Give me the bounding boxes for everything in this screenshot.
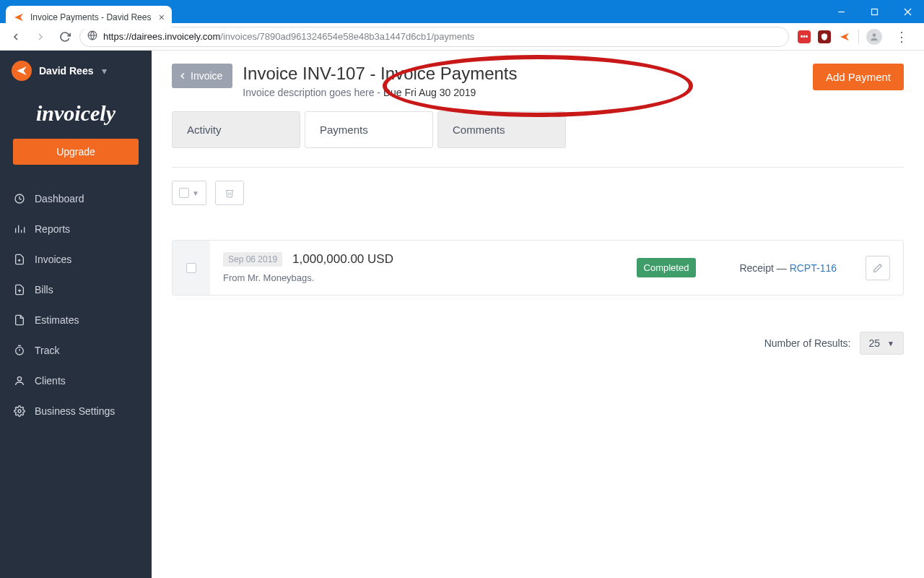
back-to-invoice-button[interactable]: Invoice: [172, 64, 232, 88]
payment-amount: 1,000,000.00 USD: [292, 252, 393, 267]
window-maximize-button[interactable]: [858, 0, 891, 23]
chart-icon: [13, 223, 26, 236]
payment-from: From Mr. Moneybags.: [223, 272, 637, 283]
tab-comments[interactable]: Comments: [437, 111, 566, 148]
sidebar-item-business-settings[interactable]: Business Settings: [0, 396, 152, 426]
svg-point-14: [16, 347, 24, 355]
close-icon[interactable]: ×: [159, 12, 165, 23]
sidebar-item-dashboard[interactable]: Dashboard: [0, 184, 152, 214]
add-payment-button[interactable]: Add Payment: [813, 64, 904, 90]
bird-extension-icon[interactable]: [838, 30, 851, 43]
sidebar-item-reports[interactable]: Reports: [0, 214, 152, 244]
bird-icon: [12, 61, 32, 81]
sidebar-item-invoices[interactable]: Invoices: [0, 244, 152, 275]
browser-tabstrip: Invoice Payments - David Rees ×: [0, 0, 172, 29]
page-header: Invoice Invoice INV-107 - Invoice Paymen…: [152, 51, 924, 104]
list-toolbar: ▼: [172, 181, 904, 205]
row-checkbox-cell: [173, 241, 210, 295]
gauge-icon: [13, 192, 26, 205]
page-subtitle: Invoice description goes here - Due Fri …: [243, 87, 803, 98]
user-icon: [13, 374, 26, 387]
file-export-icon: [13, 253, 26, 266]
sidebar-item-track[interactable]: Track: [0, 335, 152, 366]
chevron-down-icon: ▼: [192, 189, 199, 197]
sidebar-item-bills[interactable]: Bills: [0, 275, 152, 305]
lastpass-icon[interactable]: •••: [798, 30, 811, 43]
receipt-label: Receipt — RCPT-116: [739, 262, 837, 274]
browser-tab[interactable]: Invoice Payments - David Rees ×: [6, 6, 172, 29]
svg-point-18: [18, 410, 21, 413]
svg-rect-1: [871, 9, 877, 14]
sidebar: David Rees ▾ invoicely Upgrade Dashboard…: [0, 51, 152, 578]
sidebar-item-clients[interactable]: Clients: [0, 366, 152, 396]
payment-date: Sep 06 2019: [223, 252, 282, 267]
payment-row: Sep 06 2019 1,000,000.00 USD From Mr. Mo…: [172, 240, 904, 296]
file-import-icon: [13, 283, 26, 296]
url-text: https://dairees.invoicely.com/invoices/7…: [103, 31, 474, 42]
main-content: Invoice Invoice INV-107 - Invoice Paymen…: [152, 51, 924, 578]
file-icon: [13, 314, 26, 327]
tabs: Activity Payments Comments: [172, 111, 904, 148]
globe-icon: [87, 30, 97, 43]
back-icon[interactable]: [6, 27, 26, 47]
chevron-down-icon: ▼: [887, 340, 894, 348]
results-control: Number of Results: 25 ▼: [172, 332, 904, 355]
results-select[interactable]: 25 ▼: [860, 332, 904, 355]
receipt-link[interactable]: RCPT-116: [790, 262, 837, 274]
window-minimize-button[interactable]: [824, 0, 858, 23]
extension-icons: ••• ⋮: [793, 29, 918, 45]
results-label: Number of Results:: [764, 337, 851, 349]
gear-icon: [13, 405, 26, 418]
select-all-dropdown[interactable]: ▼: [172, 181, 206, 205]
profile-avatar[interactable]: [866, 29, 882, 45]
sidebar-item-estimates[interactable]: Estimates: [0, 305, 152, 335]
svg-point-6: [873, 33, 876, 37]
bird-icon: [13, 12, 25, 23]
chevron-down-icon: ▾: [102, 65, 107, 77]
stopwatch-icon: [13, 344, 26, 357]
delete-button[interactable]: [215, 181, 244, 205]
page-title: Invoice INV-107 - Invoice Payments: [243, 64, 803, 84]
user-menu[interactable]: David Rees ▾: [0, 51, 152, 91]
tab-activity[interactable]: Activity: [172, 111, 300, 148]
upgrade-button[interactable]: Upgrade: [13, 139, 139, 165]
svg-point-17: [17, 377, 21, 381]
reload-icon[interactable]: [55, 27, 75, 47]
user-name: David Rees: [39, 65, 93, 77]
tab-payments[interactable]: Payments: [305, 111, 433, 148]
checkbox-icon: [179, 188, 189, 198]
brand-logo: invoicely: [0, 91, 152, 139]
row-checkbox[interactable]: [186, 263, 196, 273]
edit-button[interactable]: [866, 256, 890, 280]
ublock-icon[interactable]: [818, 30, 831, 43]
forward-icon[interactable]: [30, 27, 51, 47]
tab-title: Invoice Payments - David Rees: [30, 12, 151, 22]
divider: [172, 167, 904, 168]
address-bar[interactable]: https://dairees.invoicely.com/invoices/7…: [79, 27, 789, 47]
window-close-button[interactable]: [891, 0, 924, 23]
menu-icon[interactable]: ⋮: [889, 29, 914, 45]
status-badge: Completed: [637, 258, 697, 277]
